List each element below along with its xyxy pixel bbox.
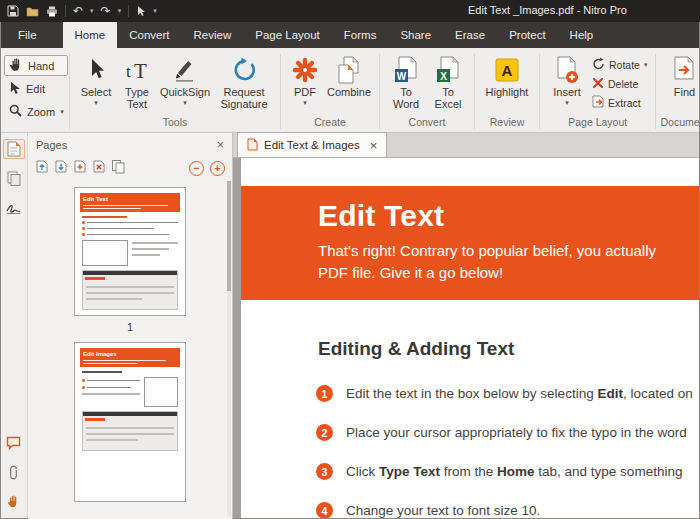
document-scroll[interactable]: Edit Text That's right! Contrary to popu…	[233, 158, 700, 519]
to-excel-button[interactable]: X To Excel	[427, 51, 469, 110]
sidebar-strip	[0, 133, 28, 519]
zoom-icon	[9, 104, 22, 119]
tab-help[interactable]: Help	[558, 22, 606, 48]
step-number-badge: 1	[316, 385, 333, 402]
hand-stamp-icon[interactable]	[3, 491, 25, 511]
page-thumbnail-1[interactable]: Edit Text	[74, 187, 186, 316]
tab-erase[interactable]: Erase	[443, 22, 497, 48]
highlight-button[interactable]: A Highlight	[480, 51, 534, 98]
delete-page-icon[interactable]	[92, 159, 106, 178]
document-tab-bar: Edit Text & Images ×	[233, 133, 700, 158]
thumb-text-bar	[83, 208, 141, 210]
extract-button[interactable]: Extract	[589, 94, 650, 111]
page-up-icon[interactable]	[35, 159, 49, 178]
thumbnail-scrollbar[interactable]	[227, 181, 231, 517]
pdf-page: Edit Text That's right! Contrary to popu…	[241, 158, 700, 519]
combine-button[interactable]: Combine	[324, 51, 374, 98]
delete-button[interactable]: Delete	[589, 75, 650, 92]
save-icon[interactable]	[7, 3, 19, 19]
svg-text:W: W	[397, 71, 407, 82]
step-text-fragment: Place your cursor appropriately to fix t…	[346, 425, 687, 440]
redo-dropdown-icon[interactable]: ▾	[118, 3, 122, 19]
thumb-text-bar	[83, 360, 166, 362]
thumb1-banner: Edit Text	[80, 193, 180, 212]
tab-share[interactable]: Share	[388, 22, 443, 48]
insert-page-icon[interactable]	[73, 159, 87, 178]
tab-review[interactable]: Review	[182, 22, 244, 48]
quicksign-button[interactable]: QuickSign ▾	[157, 51, 213, 107]
chevron-down-icon: ▾	[183, 99, 187, 107]
highlight-icon: A	[494, 54, 520, 86]
chevron-down-icon: ▾	[60, 108, 64, 116]
undo-dropdown-icon[interactable]: ▾	[90, 3, 94, 19]
to-word-button[interactable]: W To Word	[385, 51, 427, 110]
step-text: Change your text to font size 10.	[346, 503, 540, 518]
list-item-4: 4 Change your text to font size 10.	[316, 491, 700, 519]
page-thumbnail-2[interactable]: Edit Images	[74, 342, 186, 502]
step-number-badge: 3	[316, 463, 333, 480]
ribbon: Hand Edit Zoom ▾ Select ▾	[0, 48, 700, 133]
ribbon-separator	[655, 54, 656, 129]
close-icon[interactable]: ×	[370, 138, 378, 153]
comments-panel-icon[interactable]	[3, 433, 25, 453]
scrollbar-thumb[interactable]	[227, 181, 231, 291]
step-number-badge: 4	[316, 502, 333, 519]
tab-page-layout[interactable]: Page Layout	[243, 22, 332, 48]
select-button[interactable]: Select ▾	[75, 51, 117, 107]
thumb-box-row	[82, 240, 178, 266]
rotate-button[interactable]: Rotate ▾	[589, 56, 650, 73]
duplicate-page-icon[interactable]	[111, 159, 126, 178]
step-text-fragment: Change your text to font size 10.	[346, 503, 540, 518]
type-text-button[interactable]: tT Type Text	[117, 51, 157, 110]
pdf-button[interactable]: PDF ▾	[286, 51, 324, 107]
edit-button[interactable]: Edit	[4, 78, 68, 99]
redo-icon[interactable]: ↷	[101, 3, 111, 19]
quicksign-label: QuickSign	[160, 86, 210, 98]
bookmarks-panel-icon[interactable]	[3, 168, 25, 188]
pages-panel-icon[interactable]	[3, 139, 25, 159]
insert-page-icon	[555, 54, 579, 86]
extract-label: Extract	[608, 97, 641, 109]
thumb-screenshot	[82, 411, 178, 451]
select-tool-dropdown-icon[interactable]: ▾	[153, 3, 157, 19]
request-signature-button[interactable]: Request Signature	[213, 51, 275, 110]
highlight-label: Highlight	[486, 86, 529, 98]
combine-pages-icon	[336, 54, 362, 86]
select-tool-icon[interactable]	[136, 3, 146, 19]
undo-icon[interactable]: ↶	[73, 3, 83, 19]
find-button[interactable]: Find	[661, 51, 700, 98]
hand-button[interactable]: Hand	[4, 55, 68, 76]
attachments-panel-icon[interactable]	[3, 462, 25, 482]
step-text: Edit the text in the box below by select…	[346, 386, 693, 401]
step-text-fragment: tab, and type something	[535, 464, 683, 479]
tab-convert[interactable]: Convert	[117, 22, 181, 48]
zoom-out-icon[interactable]: −	[189, 161, 204, 176]
tab-protect[interactable]: Protect	[497, 22, 557, 48]
pen-icon	[173, 54, 197, 86]
insert-button[interactable]: Insert ▾	[545, 51, 589, 107]
tab-forms[interactable]: Forms	[332, 22, 389, 48]
thumb-box-row	[82, 377, 178, 407]
titlebar-separator	[65, 5, 66, 17]
rotate-label: Rotate	[609, 59, 640, 71]
pages-panel: Pages × − + Edit Text	[28, 133, 233, 519]
close-icon[interactable]: ×	[216, 138, 224, 151]
tab-home[interactable]: Home	[63, 22, 118, 48]
zoom-in-icon[interactable]: +	[210, 161, 225, 176]
signatures-panel-icon[interactable]	[3, 197, 25, 217]
open-file-icon[interactable]	[26, 3, 39, 19]
page-down-icon[interactable]	[54, 159, 68, 178]
ribbon-group-convert: W To Word X To Excel Convert	[381, 50, 473, 132]
print-icon[interactable]	[46, 3, 58, 19]
ribbon-group-page-layout: Insert ▾ Rotate ▾ Delete Extra	[541, 50, 654, 132]
ribbon-separator	[280, 54, 281, 129]
document-tab[interactable]: Edit Text & Images ×	[237, 132, 387, 157]
svg-text:X: X	[440, 71, 447, 82]
thumb-screenshot	[82, 270, 178, 310]
window-title: Edit Text _Images.pdf - Nitro Pro	[468, 4, 627, 16]
ribbon-group-document: Find Document	[657, 50, 700, 132]
tab-file[interactable]: File	[6, 22, 49, 48]
nitro-pdf-icon	[292, 54, 318, 86]
thumb1-title: Edit Text	[83, 196, 177, 203]
zoom-button[interactable]: Zoom ▾	[4, 101, 68, 122]
